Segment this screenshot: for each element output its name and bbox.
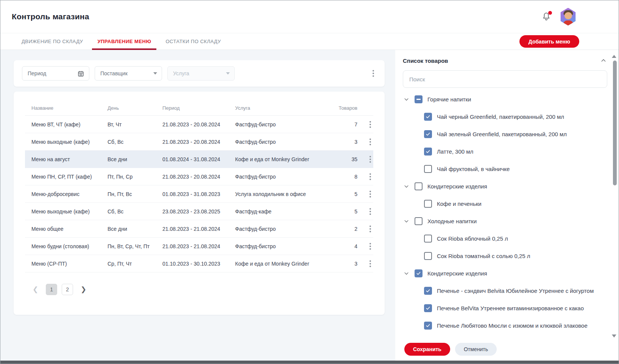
- service-filter[interactable]: Услуга: [167, 66, 235, 81]
- cancel-button[interactable]: Отменить: [455, 343, 497, 356]
- period-filter-label: Период: [28, 70, 77, 76]
- checkbox-unchecked[interactable]: [424, 252, 432, 260]
- table-row[interactable]: Меню ПН, СР, ПТ (кафе)Пт, Пн, Ср21.08.20…: [25, 168, 373, 185]
- tree-item-row: Печенье BelVita Утреннее витаминизирован…: [403, 299, 607, 317]
- tree-item-row: Сок Rioba яблочный 0,25 л: [403, 230, 607, 247]
- group-label: Холодные напитки: [427, 218, 477, 224]
- menu-service: Фастфуд-бистро: [235, 226, 336, 232]
- app-header: Контроль магазина: [0, 0, 619, 33]
- tree-item-row: Латте, 300 мл: [403, 143, 607, 160]
- tree-item-row: Чай зеленый Greenfield, пакетированный, …: [403, 125, 607, 143]
- checkbox-checked[interactable]: [424, 322, 432, 330]
- checkbox-checked[interactable]: [424, 130, 432, 138]
- menu-days: Сб, Вс: [108, 208, 162, 215]
- table-row[interactable]: Меню выходные (кафе)Сб, Вс23.08.2023 - 2…: [25, 203, 373, 220]
- row-kebab-icon[interactable]: [367, 188, 373, 200]
- row-kebab-icon[interactable]: [367, 136, 373, 148]
- period-filter[interactable]: Период: [22, 66, 89, 81]
- tab-bar: ДВИЖЕНИЕ ПО СКЛАДУ УПРАВЛЕНИЕ МЕНЮ ОСТАТ…: [0, 33, 619, 50]
- row-kebab-icon[interactable]: [367, 171, 373, 182]
- item-label: Печенье - сэндвич Belvita Юбилейное Утре…: [437, 288, 594, 294]
- checkbox-unchecked[interactable]: [424, 200, 432, 208]
- menu-service: Услуга холодильник в офисе: [235, 191, 336, 197]
- tab-warehouse-movement[interactable]: ДВИЖЕНИЕ ПО СКЛАДУ: [16, 33, 88, 50]
- chevron-down-icon[interactable]: [404, 271, 410, 276]
- avatar-face: [564, 12, 572, 19]
- menu-name: Меню общее: [31, 226, 108, 232]
- table-row[interactable]: Меню-добросервисПн, Пт, Вс01.08.2023 - 3…: [25, 185, 373, 203]
- table-row[interactable]: Меню ВТ, ЧТ (кафе)Вт, Чт21.08.2023 - 20.…: [25, 116, 373, 133]
- page-button-1[interactable]: 1: [46, 284, 57, 295]
- chevron-down-icon: [226, 72, 230, 75]
- table-row[interactable]: Меню на августВсе дни01.08.2024 - 31.08.…: [25, 151, 373, 168]
- menu-period: 21.08.2023 - 20.08.2024: [162, 139, 235, 145]
- table-row[interactable]: Меню общееВсе дни21.08.2023 - 21.08.2024…: [25, 220, 373, 238]
- supplier-filter[interactable]: Поставщик: [95, 66, 162, 81]
- tab-warehouse-stock[interactable]: ОСТАТКИ ПО СКЛАДУ: [160, 33, 226, 50]
- checkbox-unchecked[interactable]: [424, 165, 432, 173]
- chevron-left-icon[interactable]: ❮: [30, 284, 41, 295]
- content: Период Поставщик Услуга: [0, 50, 619, 361]
- menu-period: 21.08.2023 - 20.08.2024: [162, 174, 235, 180]
- chevron-right-icon[interactable]: ❯: [78, 284, 89, 295]
- row-kebab-icon[interactable]: [367, 119, 373, 130]
- checkbox-checked[interactable]: [424, 113, 432, 121]
- notification-dot: [548, 11, 552, 15]
- scrollbar-thumb[interactable]: [613, 61, 617, 185]
- checkbox-checked[interactable]: [424, 287, 432, 295]
- products-panel-inner: Список товаров Горячие напиткиЧай черный…: [395, 50, 619, 334]
- menus-table-card: Название День Период Услуга Товаров Меню…: [14, 92, 385, 315]
- checkbox-unchecked[interactable]: [415, 182, 423, 190]
- menu-service: Фастфуд-бистро: [235, 174, 336, 180]
- filters-kebab-icon[interactable]: [370, 68, 376, 79]
- chevron-down-icon[interactable]: [404, 184, 410, 189]
- tab-menu-management[interactable]: УПРАВЛЕНИЕ МЕНЮ: [92, 33, 156, 50]
- menu-days: Пн, Пт, Вс: [108, 191, 162, 197]
- chevron-down-icon[interactable]: [404, 96, 410, 102]
- tree-item-row: Печенье - сэндвич Belvita Юбилейное Утре…: [403, 282, 607, 299]
- row-kebab-icon[interactable]: [367, 206, 373, 217]
- menu-period: 21.08.2023 - 20.08.2024: [162, 121, 235, 128]
- menu-count: 3: [336, 261, 359, 267]
- tree-item-row: Чай черный Greenfield, пакетированный, 2…: [403, 108, 607, 125]
- row-kebab-icon[interactable]: [367, 223, 373, 235]
- menu-days: Вт, Чт: [108, 121, 162, 128]
- item-label: Чай черный Greenfield, пакетированный, 2…: [437, 114, 564, 120]
- table-row[interactable]: Меню будни (столовая)Пн, Вт, Ср, Чт, Пт2…: [25, 238, 373, 255]
- filters-card: Период Поставщик Услуга: [14, 60, 385, 87]
- checkbox-checked[interactable]: [424, 304, 432, 312]
- table-row[interactable]: Меню (СР-ПТ)Ср, Пт, Чт01.10.2023 - 30.10…: [25, 255, 373, 272]
- col-period: Период: [162, 105, 235, 111]
- tree-group-row: Кондитерские изделия: [403, 177, 607, 195]
- tree-item-row: Кофе и печеньки: [403, 195, 607, 212]
- checkbox-indeterminate[interactable]: [415, 95, 423, 103]
- checkbox-checked[interactable]: [424, 148, 432, 156]
- calendar-icon: [77, 70, 84, 77]
- row-kebab-icon[interactable]: [367, 241, 373, 252]
- checkbox-unchecked[interactable]: [424, 235, 432, 243]
- add-menu-button[interactable]: Добавить меню: [519, 35, 579, 48]
- page-button-2[interactable]: 2: [62, 284, 73, 295]
- search-input[interactable]: [403, 70, 607, 88]
- menu-count: 7: [336, 121, 359, 128]
- scrollbar-down-arrow-icon[interactable]: [612, 334, 616, 338]
- app-window: Контроль магазина ДВИЖЕНИЕ ПО СКЛАДУ УПР…: [0, 0, 619, 364]
- header-right: [541, 8, 576, 26]
- scrollbar-up-arrow-icon[interactable]: [612, 55, 616, 58]
- table-row[interactable]: Меню выходные (кафе)Сб, Вс21.08.2023 - 2…: [25, 133, 373, 151]
- row-kebab-icon[interactable]: [367, 154, 373, 165]
- save-button[interactable]: Сохранить: [404, 343, 450, 356]
- row-kebab-icon[interactable]: [367, 258, 373, 269]
- chevron-down-icon[interactable]: [404, 218, 410, 224]
- products-panel-title: Список товаров: [403, 58, 448, 64]
- checkbox-unchecked[interactable]: [415, 217, 423, 225]
- menu-name: Меню ПН, СР, ПТ (кафе): [31, 174, 108, 180]
- col-day: День: [108, 105, 162, 111]
- checkbox-checked[interactable]: [415, 269, 423, 277]
- menu-count: 35: [336, 156, 359, 162]
- menu-days: Ср, Пт, Чт: [108, 261, 162, 267]
- avatar[interactable]: [560, 8, 576, 26]
- chevron-up-icon[interactable]: [600, 57, 607, 64]
- bell-icon[interactable]: [541, 11, 552, 22]
- menu-name: Меню ВТ, ЧТ (кафе): [31, 121, 108, 128]
